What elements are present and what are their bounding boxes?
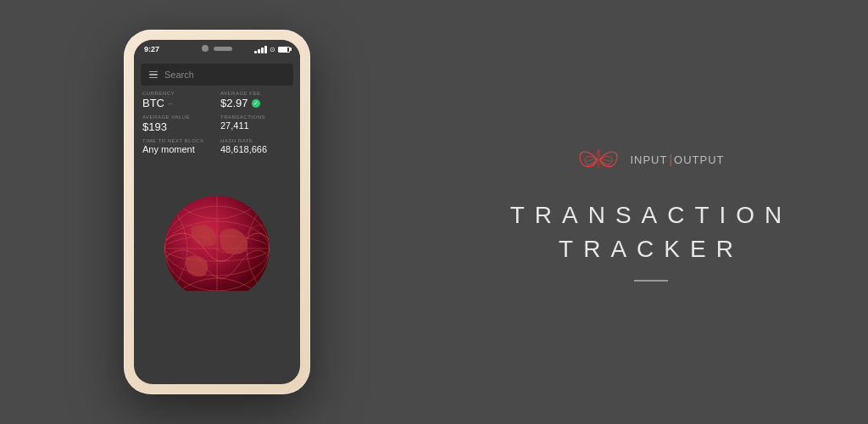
stats-row-3: TIME TO NEXT BLOCK Any moment HASH RATE … <box>134 138 300 154</box>
logo-text: INPUT | OUTPUT <box>630 153 724 166</box>
transactions-label: TRANSACTIONS <box>220 114 292 120</box>
time-to-next-block-stat: TIME TO NEXT BLOCK Any moment <box>142 138 214 154</box>
hamburger-line-1 <box>149 71 158 73</box>
currency-value: BTC – <box>142 97 214 109</box>
average-value-label: AVERAGE VALUE <box>142 114 214 120</box>
average-value-stat: AVERAGE VALUE $193 <box>142 114 214 133</box>
logo-input-text: INPUT <box>630 153 667 166</box>
title-area: TRANSACTION TRACKER <box>510 202 793 282</box>
average-fee-label: AVERAGE FEE <box>220 91 292 96</box>
logo-area: INPUT | OUTPUT <box>577 142 724 176</box>
logo-pipe: | <box>669 153 672 166</box>
search-placeholder: Search <box>164 70 194 80</box>
logo-output-text: OUTPUT <box>674 153 724 166</box>
phone-time: 9:27 <box>144 45 159 53</box>
hamburger-line-3 <box>149 77 158 79</box>
hash-rate-label: HASH RATE <box>220 138 292 143</box>
phone-screen: 9:27 ⊙ <box>134 40 300 384</box>
hash-rate-value: 48,618,666 <box>220 144 292 154</box>
signal-bars <box>254 46 267 53</box>
hamburger-icon <box>149 71 158 79</box>
stats-row-2: AVERAGE VALUE $193 TRANSACTIONS 27,411 <box>134 114 300 133</box>
hash-rate-stat: HASH RATE 48,618,666 <box>220 138 292 154</box>
phone-speaker <box>214 47 232 51</box>
globe-visualization <box>134 159 300 291</box>
right-section: INPUT | OUTPUT TRANSACTION TRACKER <box>434 0 868 424</box>
transactions-stat: TRANSACTIONS 27,411 <box>220 114 292 133</box>
title-line-1: TRANSACTION <box>510 202 793 229</box>
signal-bar-2 <box>258 49 260 53</box>
wifi-icon: ⊙ <box>270 46 275 53</box>
search-bar[interactable]: Search <box>141 64 293 86</box>
time-to-next-block-value: Any moment <box>142 144 214 154</box>
signal-bar-4 <box>264 46 267 53</box>
average-value-value: $193 <box>142 120 214 133</box>
phone-frame: 9:27 ⊙ <box>124 30 310 394</box>
battery-icon <box>278 47 290 53</box>
stats-row-1: CURRENCY BTC – AVERAGE FEE $2.97 ✓ <box>134 91 300 109</box>
title-line-2: TRACKER <box>510 236 793 263</box>
dash-separator: – <box>168 98 173 108</box>
currency-label: CURRENCY <box>142 91 214 96</box>
currency-stat: CURRENCY BTC – <box>142 91 214 109</box>
globe-svg <box>158 189 276 291</box>
phone-camera-dot <box>202 45 209 52</box>
left-section: 9:27 ⊙ <box>0 0 434 424</box>
title-divider <box>634 280 668 282</box>
status-icons: ⊙ <box>254 46 290 53</box>
average-fee-value: $2.97 ✓ <box>220 97 292 109</box>
signal-bar-1 <box>254 51 257 53</box>
butterfly-logo <box>577 142 620 176</box>
check-circle-icon: ✓ <box>252 99 260 108</box>
hamburger-line-2 <box>149 74 158 75</box>
average-fee-stat: AVERAGE FEE $2.97 ✓ <box>220 91 292 109</box>
signal-bar-3 <box>261 47 264 53</box>
battery-fill <box>279 47 287 52</box>
transactions-value: 27,411 <box>220 120 292 131</box>
time-to-next-block-label: TIME TO NEXT BLOCK <box>142 138 214 143</box>
